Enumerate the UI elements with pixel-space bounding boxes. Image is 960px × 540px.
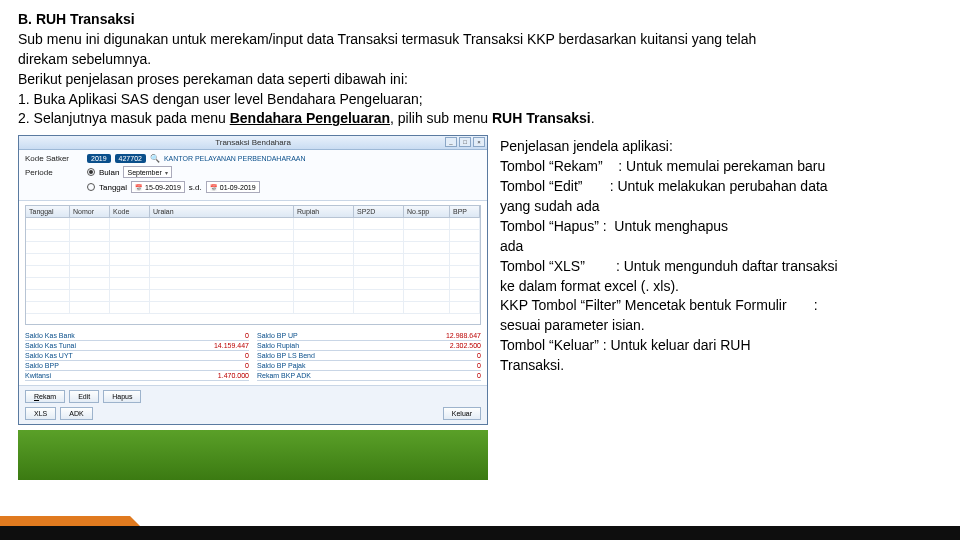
year-chip[interactable]: 2019 (87, 154, 111, 163)
explain-hapus: Tombol “Hapus” : Untuk menghapus (500, 217, 942, 236)
date-to-value: 01-09-2019 (220, 184, 256, 191)
hapus-button[interactable]: Hapus (103, 390, 141, 403)
bal-kwitansi-value: 1.470.000 (199, 372, 249, 379)
window-max-button[interactable]: □ (459, 137, 471, 147)
step-2e: . (591, 110, 595, 126)
bal-bp-pajak-value: 0 (431, 362, 481, 369)
explain-edit-2: yang sudah ada (500, 197, 942, 216)
balances-panel: Saldo Kas Bank0 Saldo Kas Tunai14.159.44… (19, 329, 487, 385)
intro-line-1b: direkam sebelumnya. (18, 50, 942, 69)
bal-kas-tunai-value: 14.159.447 (199, 342, 249, 349)
radio-tanggal[interactable] (87, 183, 95, 191)
bal-rupiah-value: 2.302.500 (431, 342, 481, 349)
explain-filter: KKP Tombol “Filter” Mencetak bentuk Form… (500, 296, 942, 315)
date-to[interactable]: 01-09-2019 (206, 181, 260, 193)
sd-label: s.d. (189, 183, 202, 192)
document-intro: B. RUH Transaksi Sub menu ini digunakan … (0, 0, 960, 135)
step-2c: , pilih sub menu (390, 110, 492, 126)
explain-hapus-2: ada (500, 237, 942, 256)
table-row[interactable] (26, 290, 480, 302)
explain-xls-2: ke dalam format excel (. xls). (500, 277, 942, 296)
bal-kas-uyt-value: 0 (199, 352, 249, 359)
date-from-value: 15-09-2019 (145, 184, 181, 191)
bal-kas-bank-value: 0 (199, 332, 249, 339)
bal-bp-up-value: 12.988.647 (431, 332, 481, 339)
keluar-button[interactable]: Keluar (443, 407, 481, 420)
kode-satker-label: Kode Satker (25, 154, 83, 163)
window-title: Transaksi Bendahara (215, 138, 291, 147)
col-tanggal[interactable]: Tanggal (26, 206, 70, 217)
table-row[interactable] (26, 230, 480, 242)
table-row[interactable] (26, 254, 480, 266)
satker-code-chip[interactable]: 427702 (115, 154, 146, 163)
rekam-button[interactable]: Rekamdocument.currentScript.previousElem… (25, 390, 65, 403)
grid-body (26, 218, 480, 321)
window-close-button[interactable]: × (473, 137, 485, 147)
grid-header: Tanggal Nomor Kode Uraian Rupiah SP2D No… (26, 206, 480, 218)
step-2d: RUH Transaksi (492, 110, 591, 126)
edit-button[interactable]: Edit (69, 390, 99, 403)
bal-kas-tunai-label: Saldo Kas Tunai (25, 342, 199, 349)
bulan-combo[interactable]: September (123, 166, 171, 178)
col-sp2d[interactable]: SP2D (354, 206, 404, 217)
footer-bar (0, 526, 960, 540)
section-heading: B. RUH Transaksi (18, 11, 135, 27)
col-bpp[interactable]: BPP (450, 206, 480, 217)
intro-line-1: Sub menu ini digunakan untuk merekam/inp… (18, 30, 942, 49)
app-window: Transaksi Bendahara _ □ × Kode Satker 20… (18, 135, 488, 425)
button-bar-2: XLS ADK Keluar (19, 407, 487, 424)
window-titlebar[interactable]: Transaksi Bendahara _ □ × (19, 136, 487, 150)
explanation-text: Penjelasan jendela aplikasi: Tombol “Rek… (500, 135, 942, 425)
bal-ls-bend-value: 0 (431, 352, 481, 359)
adk-button[interactable]: ADK (60, 407, 92, 420)
bal-bp-pajak-label: Saldo BP Pajak (257, 362, 431, 369)
bulan-value: September (127, 169, 161, 176)
table-row[interactable] (26, 278, 480, 290)
bal-bkp-adk-label: Rekam BKP ADK (257, 372, 431, 379)
xls-button[interactable]: XLS (25, 407, 56, 420)
radio-bulan-label: Bulan (99, 168, 119, 177)
col-rupiah[interactable]: Rupiah (294, 206, 354, 217)
table-row[interactable] (26, 302, 480, 314)
col-kode[interactable]: Kode (110, 206, 150, 217)
date-from[interactable]: 15-09-2019 (131, 181, 185, 193)
col-uraian[interactable]: Uraian (150, 206, 294, 217)
col-nospp[interactable]: No.spp (404, 206, 450, 217)
step-2b: Bendahara Pengeluaran (230, 110, 390, 126)
filter-panel: Kode Satker 2019 427702 🔍 KANTOR PELAYAN… (19, 150, 487, 201)
footer-accent (0, 516, 130, 526)
col-nomor[interactable]: Nomor (70, 206, 110, 217)
satker-name: KANTOR PELAYANAN PERBENDAHARAAN (164, 155, 306, 162)
explain-filter-2: sesuai parameter isian. (500, 316, 942, 335)
transaction-grid[interactable]: Tanggal Nomor Kode Uraian Rupiah SP2D No… (25, 205, 481, 325)
radio-tanggal-label: Tanggal (99, 183, 127, 192)
bal-bpp-label: Saldo BPP (25, 362, 199, 369)
step-2: 2. Selanjutnya masuk pada menu Bendahara… (18, 109, 942, 128)
explain-keluar: Tombol “Keluar” : Untuk keluar dari RUH (500, 336, 942, 355)
table-row[interactable] (26, 266, 480, 278)
explain-keluar-2: Transaksi. (500, 356, 942, 375)
explain-xls: Tombol “XLS” : Untuk mengunduh daftar tr… (500, 257, 942, 276)
window-min-button[interactable]: _ (445, 137, 457, 147)
bal-bp-up-label: Saldo BP UP (257, 332, 431, 339)
table-row[interactable] (26, 242, 480, 254)
bal-ls-bend-label: Saldo BP LS Bend (257, 352, 431, 359)
bal-bpp-value: 0 (199, 362, 249, 369)
intro-line-2: Berikut penjelasan proses perekaman data… (18, 70, 942, 89)
bal-kwitansi-label: Kwitansi (25, 372, 199, 379)
step-2a: 2. Selanjutnya masuk pada menu (18, 110, 230, 126)
decorative-background (18, 430, 488, 480)
step-1: 1. Buka Aplikasi SAS dengan user level B… (18, 90, 942, 109)
bal-kas-uyt-label: Saldo Kas UYT (25, 352, 199, 359)
table-row[interactable] (26, 218, 480, 230)
explain-edit: Tombol “Edit” : Untuk melakukan perubaha… (500, 177, 942, 196)
bal-bkp-adk-value: 0 (431, 372, 481, 379)
bal-rupiah-label: Saldo Rupiah (257, 342, 431, 349)
radio-bulan[interactable] (87, 168, 95, 176)
periode-label: Periode (25, 168, 83, 177)
explain-heading: Penjelasan jendela aplikasi: (500, 137, 942, 156)
button-bar: Rekamdocument.currentScript.previousElem… (19, 385, 487, 407)
explain-rekam: Tombol “Rekam” : Untuk memulai perekaman… (500, 157, 942, 176)
bal-kas-bank-label: Saldo Kas Bank (25, 332, 199, 339)
